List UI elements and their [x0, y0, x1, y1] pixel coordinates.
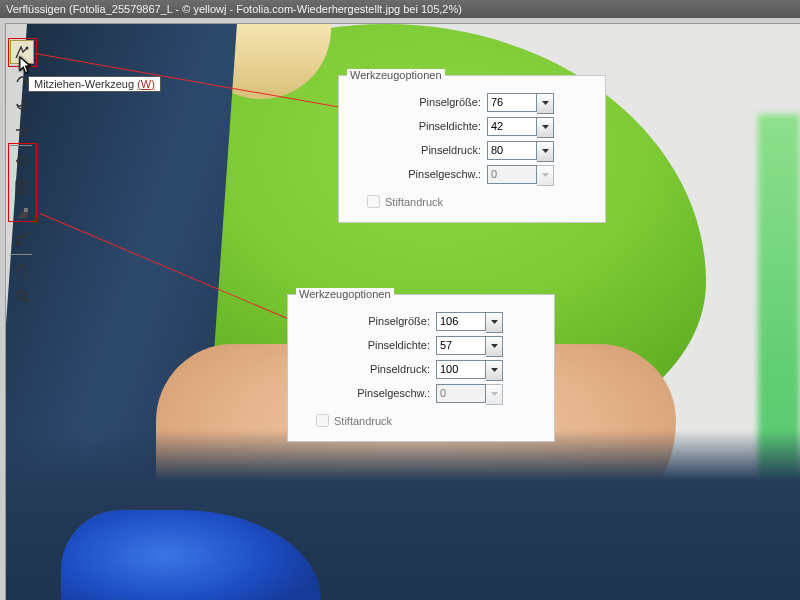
- panel-legend: Werkzeugoptionen: [296, 288, 394, 300]
- brush-pressure-input[interactable]: [436, 360, 486, 379]
- spinner-button[interactable]: [486, 312, 503, 333]
- spinner-button[interactable]: [537, 93, 554, 114]
- tool-push-left[interactable]: [10, 175, 34, 199]
- workspace: Mitziehen-Werkzeug (W) Werkzeugoptionen …: [0, 18, 800, 600]
- opt-label: Pinseldruck:: [353, 144, 487, 156]
- svg-point-7: [17, 291, 25, 299]
- tool-pucker[interactable]: [10, 118, 34, 142]
- panel-legend: Werkzeugoptionen: [347, 69, 445, 81]
- svg-line-8: [24, 298, 28, 302]
- brush-density-input[interactable]: [436, 336, 486, 355]
- spinner-button[interactable]: [537, 117, 554, 138]
- stylus-pressure-label: Stiftandruck: [385, 196, 443, 208]
- tool-options-panel: Werkzeugoptionen Pinselgröße: Pinseldich…: [287, 294, 555, 442]
- opt-label: Pinselgröße:: [353, 96, 487, 108]
- tool-forward-warp[interactable]: [10, 40, 34, 64]
- tool-options-panel: Werkzeugoptionen Pinselgröße: Pinseldich…: [338, 75, 606, 223]
- opt-label: Pinseldichte:: [302, 339, 436, 351]
- tooltip-hotkey: (W): [137, 78, 155, 90]
- stylus-pressure-label: Stiftandruck: [334, 415, 392, 427]
- opt-label: Pinselgeschw.:: [302, 387, 436, 399]
- tooltip-label: Mitziehen-Werkzeug: [34, 78, 137, 90]
- tool-twirl[interactable]: [10, 92, 34, 116]
- stylus-pressure-checkbox: [367, 195, 380, 208]
- tool-hand[interactable]: [10, 258, 34, 282]
- svg-rect-5: [18, 183, 26, 191]
- brush-size-input[interactable]: [436, 312, 486, 331]
- tool-bloat[interactable]: [10, 149, 34, 173]
- spinner-button[interactable]: [486, 360, 503, 381]
- brush-rate-input: [436, 384, 486, 403]
- window-title: Verflüssigen (Fotolia_25579867_L - © yel…: [0, 0, 800, 18]
- tool-mirror[interactable]: [10, 201, 34, 225]
- stylus-pressure-checkbox: [316, 414, 329, 427]
- brush-density-input[interactable]: [487, 117, 537, 136]
- spinner-button[interactable]: [486, 336, 503, 357]
- tool-turbulence[interactable]: [10, 227, 34, 251]
- spinner-button: [486, 384, 503, 405]
- opt-label: Pinselgröße:: [302, 315, 436, 327]
- tool-zoom[interactable]: [10, 284, 34, 308]
- spinner-button[interactable]: [537, 141, 554, 162]
- brush-pressure-input[interactable]: [487, 141, 537, 160]
- spinner-button: [537, 165, 554, 186]
- opt-label: Pinselgeschw.:: [353, 168, 487, 180]
- brush-size-input[interactable]: [487, 93, 537, 112]
- opt-label: Pinseldichte:: [353, 120, 487, 132]
- svg-point-2: [21, 129, 24, 132]
- tool-tooltip: Mitziehen-Werkzeug (W): [28, 76, 161, 92]
- svg-point-3: [18, 157, 27, 166]
- svg-rect-6: [24, 208, 28, 212]
- brush-rate-input: [487, 165, 537, 184]
- opt-label: Pinseldruck:: [302, 363, 436, 375]
- svg-point-0: [26, 47, 29, 50]
